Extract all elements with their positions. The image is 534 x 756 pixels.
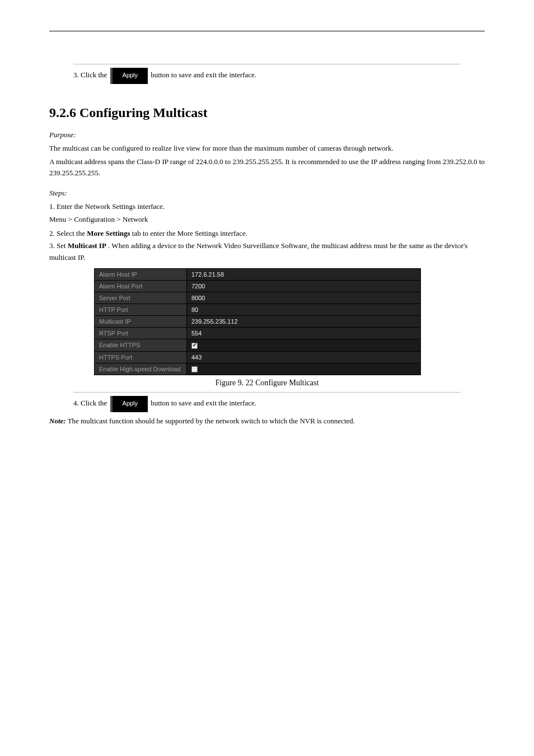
step-index: 3. bbox=[49, 241, 55, 250]
separator bbox=[73, 64, 461, 64]
config-value[interactable]: 554 bbox=[187, 328, 421, 339]
separator-2 bbox=[73, 392, 461, 393]
step-index: 2. bbox=[49, 229, 55, 237]
purpose-body: The multicast can be configured to reali… bbox=[49, 143, 485, 154]
config-value[interactable]: 172.6.21.58 bbox=[187, 269, 421, 281]
config-value[interactable]: 239.255.235.112 bbox=[187, 316, 421, 328]
body-2: A multicast address spans the Class-D IP… bbox=[49, 156, 485, 179]
config-label: Enable High-speed Download bbox=[95, 363, 187, 375]
step-line-4: 4. Click the Apply button to save and ex… bbox=[73, 396, 485, 412]
step-text-tail: button to save and exit the interface. bbox=[151, 399, 256, 407]
step-text-tail: button to save and exit the interface. bbox=[151, 71, 256, 79]
apply-button[interactable]: Apply bbox=[110, 68, 148, 84]
config-label: RTSP Port bbox=[95, 328, 187, 339]
step-index: 4. bbox=[73, 399, 79, 407]
table-row: HTTPS Port443 bbox=[95, 351, 421, 363]
top-rule bbox=[49, 31, 485, 31]
config-label: Enable HTTPS bbox=[95, 339, 187, 352]
table-row: Alarm Host IP172.6.21.58 bbox=[95, 269, 421, 281]
step-3: 3. Set Multicast IP . When adding a devi… bbox=[49, 240, 485, 264]
step-2: 2. Select the More Settings tab to enter… bbox=[49, 228, 485, 240]
section-heading: 9.2.6 Configuring Multicast bbox=[49, 105, 485, 120]
note-label: Note: bbox=[49, 417, 66, 425]
table-row: HTTP Port80 bbox=[95, 304, 421, 316]
checkbox[interactable] bbox=[191, 366, 198, 372]
note-row: Note: The multicast function should be s… bbox=[49, 416, 485, 427]
config-table: Alarm Host IP172.6.21.58Alarm Host Port7… bbox=[94, 268, 421, 375]
config-label: HTTP Port bbox=[95, 304, 187, 316]
table-row: RTSP Port554 bbox=[95, 328, 421, 339]
apply-button[interactable]: Apply bbox=[110, 396, 148, 412]
step-line-3: 3. Click the Apply button to save and ex… bbox=[73, 68, 485, 84]
table-row: Enable HTTPS bbox=[95, 339, 421, 352]
step-text: Click the bbox=[81, 399, 109, 407]
table-row: Server Port8000 bbox=[95, 292, 421, 304]
step-body: . When adding a device to the Network Vi… bbox=[49, 241, 467, 262]
step-text: Click the bbox=[81, 71, 109, 79]
table-row: Alarm Host Port7200 bbox=[95, 281, 421, 292]
step-1: 1. Enter the Network Settings interface. bbox=[49, 201, 485, 213]
config-label: Alarm Host IP bbox=[95, 269, 187, 281]
step-1-path: Menu > Configuration > Network bbox=[49, 214, 485, 226]
config-value[interactable]: 8000 bbox=[187, 292, 421, 304]
config-label: Multicast IP bbox=[95, 316, 187, 328]
config-value[interactable]: 443 bbox=[187, 351, 421, 363]
table-row: Enable High-speed Download bbox=[95, 363, 421, 375]
config-value[interactable]: 7200 bbox=[187, 281, 421, 292]
step-number: 3. bbox=[73, 71, 79, 79]
config-label: HTTPS Port bbox=[95, 351, 187, 363]
config-value[interactable] bbox=[187, 363, 421, 375]
figure-caption: Figure 9. 22 Configure Multicast bbox=[49, 379, 485, 388]
config-value[interactable] bbox=[187, 339, 421, 352]
step-index: 1. bbox=[49, 202, 55, 211]
note-body: The multicast function should be support… bbox=[68, 417, 355, 425]
config-label: Alarm Host Port bbox=[95, 281, 187, 292]
step-tail: tab to enter the More Settings interface… bbox=[132, 229, 247, 237]
step-bold: More Settings bbox=[87, 229, 130, 237]
table-row: Multicast IP239.255.235.112 bbox=[95, 316, 421, 328]
config-label: Server Port bbox=[95, 292, 187, 304]
document-page: 3. Click the Apply button to save and ex… bbox=[0, 0, 534, 450]
checkbox[interactable] bbox=[191, 343, 198, 349]
steps-block: 1. Enter the Network Settings interface.… bbox=[49, 201, 485, 264]
step-text: Set bbox=[57, 241, 68, 250]
purpose-label: Purpose: bbox=[49, 130, 485, 139]
steps-label: Steps: bbox=[49, 189, 485, 198]
step-text: Select the bbox=[57, 229, 87, 237]
config-value[interactable]: 80 bbox=[187, 304, 421, 316]
step-bold: Multicast IP bbox=[68, 241, 106, 250]
step-text: Enter the Network Settings interface. bbox=[57, 202, 165, 211]
